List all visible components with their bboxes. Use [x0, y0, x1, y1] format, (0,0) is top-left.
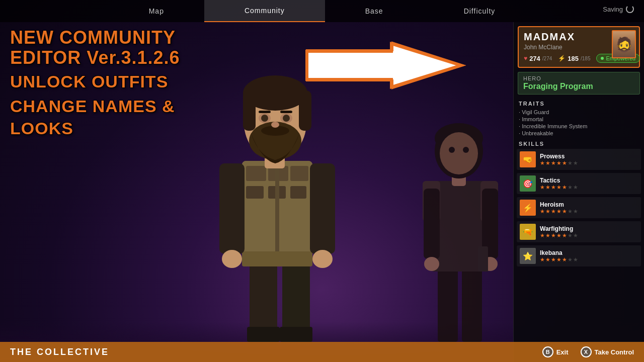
- tactics-info: Tactics ★★★★★★★: [540, 177, 638, 191]
- saving-indicator: Saving: [603, 5, 634, 13]
- title-sub3: LOOKS: [10, 119, 252, 138]
- heart-icon: ♥: [524, 55, 527, 62]
- tactics-icon: 🎯: [520, 175, 536, 192]
- svg-rect-11: [290, 166, 308, 181]
- take-control-button[interactable]: X Take Control: [581, 346, 634, 357]
- x-button-icon: X: [581, 346, 592, 357]
- nav-base[interactable]: Base: [325, 0, 424, 22]
- svg-rect-40: [424, 189, 440, 259]
- heroism-stars: ★★★★★★★: [540, 208, 638, 215]
- ikebana-icon: ⭐: [520, 248, 536, 264]
- health-stat: ♥ 274 /274: [524, 54, 552, 63]
- stamina-value: 185: [568, 55, 579, 62]
- title-sub: UNLOCK OUTFITS: [10, 71, 252, 92]
- saving-label: Saving: [603, 6, 623, 13]
- nav-community[interactable]: Community: [204, 0, 325, 22]
- ikebana-name: Ikebana: [540, 249, 638, 256]
- svg-point-47: [440, 132, 478, 174]
- title-main: NEW COMMUNITY EDITOR Ver.3.1.2.6: [10, 28, 252, 67]
- player-avatar: 🧔: [612, 30, 636, 58]
- svg-rect-16: [242, 251, 312, 266]
- trait-item: Immortal: [514, 116, 644, 123]
- svg-rect-15: [275, 161, 279, 266]
- trait-item: Vigil Guard: [514, 109, 644, 116]
- traits-list: Vigil Guard Immortal Incredible Immune S…: [514, 109, 644, 137]
- tactics-name: Tactics: [540, 177, 638, 184]
- right-panel: MADMAX John McClane ♥ 274 /274 ⚡ 185 /18…: [513, 22, 644, 362]
- svg-rect-36: [462, 266, 482, 342]
- title-overlay: NEW COMMUNITY EDITOR Ver.3.1.2.6 UNLOCK …: [10, 28, 252, 138]
- ikebana-stars: ★★★★★★★: [540, 256, 638, 263]
- heroism-name: Heroism: [540, 201, 638, 208]
- bottom-buttons: B Exit X Take Control: [542, 346, 634, 357]
- prowess-name: Prowess: [540, 153, 638, 160]
- svg-rect-17: [219, 163, 245, 254]
- empowered-dot: [601, 57, 604, 60]
- exit-button[interactable]: B Exit: [542, 346, 569, 357]
- warfighting-icon: 🔫: [520, 224, 536, 240]
- hero-program: Foraging Program: [523, 82, 634, 91]
- heroism-icon: ⚡: [520, 200, 536, 216]
- svg-point-48: [449, 147, 455, 153]
- take-control-label: Take Control: [595, 348, 634, 356]
- skill-warfighting: 🔫 Warfighting ★★★★★★★: [517, 221, 641, 242]
- svg-rect-50: [478, 246, 488, 272]
- svg-rect-6: [280, 327, 312, 342]
- svg-rect-30: [259, 111, 271, 113]
- svg-rect-18: [310, 163, 335, 254]
- secondary-character: [403, 90, 513, 342]
- svg-point-28: [261, 115, 268, 122]
- stamina-max: /185: [581, 56, 590, 61]
- traits-title: TRAITS: [514, 97, 644, 109]
- prowess-stars: ★★★★★★★: [540, 160, 638, 166]
- warfighting-info: Warfighting ★★★★★★★: [540, 225, 638, 239]
- svg-point-42: [424, 257, 439, 271]
- tactics-stars: ★★★★★★★: [540, 184, 638, 191]
- svg-rect-31: [280, 111, 292, 113]
- hero-label: Hero: [523, 75, 634, 81]
- svg-point-49: [463, 147, 469, 153]
- svg-point-20: [312, 250, 333, 268]
- skills-list: 🤜 Prowess ★★★★★★★ 🎯 Tactics ★★★★★★★ ⚡ He…: [514, 149, 644, 266]
- svg-rect-35: [438, 266, 458, 342]
- skill-heroism: ⚡ Heroism ★★★★★★★: [517, 197, 641, 218]
- svg-point-34: [271, 122, 279, 128]
- avatar-face: 🧔: [613, 31, 635, 57]
- svg-point-29: [283, 115, 290, 122]
- saving-spinner: [626, 5, 634, 13]
- shield-icon: ⚡: [558, 55, 566, 62]
- trait-item: Incredible Immune System: [514, 123, 644, 130]
- community-name: THE COLLECTIVE: [10, 347, 109, 357]
- skill-ikebana: ⭐ Ikebana ★★★★★★★: [517, 245, 641, 266]
- svg-rect-5: [247, 327, 280, 342]
- ikebana-info: Ikebana ★★★★★★★: [540, 249, 638, 263]
- exit-label: Exit: [556, 348, 569, 356]
- hero-section: Hero Foraging Program: [518, 72, 640, 95]
- nav-difficulty[interactable]: Difficulty: [424, 0, 536, 22]
- svg-rect-25: [299, 90, 311, 131]
- health-value: 274: [529, 55, 540, 62]
- warfighting-name: Warfighting: [540, 225, 638, 232]
- prowess-info: Prowess ★★★★★★★: [540, 153, 638, 166]
- heroism-info: Heroism ★★★★★★★: [540, 201, 638, 215]
- skills-title: SKILLS: [514, 137, 644, 149]
- svg-rect-14: [290, 186, 306, 199]
- prowess-icon: 🤜: [520, 151, 536, 167]
- health-max: /274: [542, 56, 552, 61]
- warfighting-stars: ★★★★★★★: [540, 232, 638, 239]
- stamina-stat: ⚡ 185 /185: [558, 54, 590, 63]
- top-navigation: Map Community Base Difficulty Saving: [0, 0, 644, 22]
- skill-prowess: 🤜 Prowess ★★★★★★★: [517, 149, 641, 170]
- bottom-bar: THE COLLECTIVE B Exit X Take Control: [0, 342, 644, 362]
- svg-rect-9: [246, 166, 266, 181]
- trait-item: Unbreakable: [514, 130, 644, 137]
- skill-tactics: 🎯 Tactics ★★★★★★★: [517, 173, 641, 194]
- b-button-icon: B: [542, 346, 553, 357]
- title-sub2: CHANGE NAMES &: [10, 96, 252, 117]
- player-card: MADMAX John McClane ♥ 274 /274 ⚡ 185 /18…: [518, 26, 640, 68]
- svg-point-19: [222, 250, 242, 268]
- svg-rect-12: [246, 186, 264, 199]
- nav-map[interactable]: Map: [109, 0, 204, 22]
